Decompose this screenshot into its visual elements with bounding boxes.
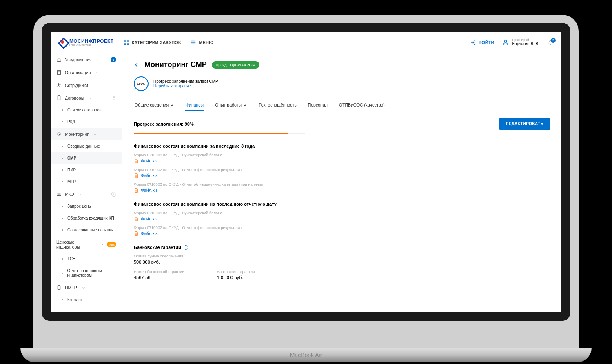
info-icon: i [111, 192, 116, 197]
sidebar-item-smr[interactable]: СМР [51, 152, 122, 164]
notifications-badge: 1 [111, 57, 116, 62]
section-title-3years: Финансовое состояние компании за последн… [134, 144, 550, 149]
file-xls-icon [134, 188, 138, 193]
field-label: Банковские гарантии [217, 269, 255, 274]
sidebar-item-pir[interactable]: ПИР [51, 164, 122, 176]
user-icon [502, 39, 509, 46]
sidebar-item-mke[interactable]: МКЭ i [51, 188, 122, 200]
form-label: Форма 0710001 по ОКУД - Бухгалтерский ба… [134, 153, 550, 157]
form-label: Форма 0710002 по ОКУД - Отчет о финансов… [134, 225, 550, 230]
tab-quality[interactable]: ОТПБиООС (качество) [338, 99, 386, 111]
user-menu[interactable]: Промстрой Корчагин Л. В. [502, 38, 539, 47]
login-button[interactable]: ВОЙТИ [470, 40, 494, 45]
info-icon[interactable]: i [184, 245, 188, 250]
section-title-guarantees: Банковские гарантии i [134, 245, 550, 250]
document-icon [56, 285, 62, 290]
beta-badge: beta [107, 242, 116, 247]
check-icon [243, 103, 247, 107]
lock-icon [112, 95, 116, 100]
file-link[interactable]: Файл.xls [134, 231, 550, 236]
check-icon [170, 103, 174, 107]
camera-icon [56, 191, 62, 197]
tab-general[interactable]: Общие сведения [134, 99, 175, 111]
file-link[interactable]: Файл.xls [134, 216, 550, 221]
submit-link[interactable]: Перейти к отправке [153, 84, 218, 88]
form-label: Форма 0710001 по ОКУД - Бухгалтерский ба… [134, 211, 550, 215]
logo[interactable]: МОСИНЖПРОЕКТ ГРУППА КОМПАНИЙ [59, 38, 114, 47]
sidebar-item-rkd[interactable]: РКД [51, 116, 122, 128]
svg-rect-0 [124, 40, 126, 42]
logo-text: МОСИНЖПРОЕКТ [69, 39, 114, 44]
sidebar-item-monitoring[interactable]: Мониторинг [51, 128, 122, 140]
sidebar-item-summary[interactable]: Сводные данные [51, 140, 122, 152]
field-value: 100 000 руб. [217, 275, 255, 280]
svg-point-7 [505, 40, 507, 42]
chevron-down-icon [82, 286, 85, 289]
page-title: Мониторинг СМР [144, 60, 207, 69]
users-icon [56, 82, 62, 88]
progress-label: Прогресс заполнения: 90% [134, 122, 194, 127]
sidebar-item-price-request[interactable]: Запрос цены [51, 200, 122, 212]
sidebar-item-agreed-positions[interactable]: Согласованные позиции [51, 224, 122, 236]
tab-finance[interactable]: Финансы [185, 99, 204, 111]
sidebar-item-price-indicators[interactable]: Ценовые индикаторы beta [51, 236, 122, 253]
svg-rect-15 [57, 193, 61, 196]
svg-rect-2 [124, 43, 126, 44]
sidebar-item-tsn[interactable]: ТСН [51, 253, 122, 265]
sidebar: Уведомления 1 Организация Сотрудники Дог… [51, 53, 122, 312]
svg-point-11 [58, 83, 59, 84]
chevron-down-icon [93, 133, 97, 136]
sidebar-item-kp-processing[interactable]: Обработка входящих КП [51, 212, 122, 224]
file-xls-icon [134, 217, 138, 221]
notifications-bell[interactable]: 3 [548, 40, 553, 45]
topbar: МОСИНЖПРОЕКТ ГРУППА КОМПАНИЙ КАТЕГОРИИ З… [51, 32, 561, 53]
progress-circle: 100% [134, 76, 149, 91]
user-name: Корчагин Л. В. [512, 42, 539, 47]
chevron-down-icon [101, 243, 104, 246]
sidebar-item-notifications[interactable]: Уведомления 1 [51, 53, 122, 66]
tab-personnel[interactable]: Персонал [307, 99, 328, 111]
svg-rect-8 [57, 71, 60, 75]
bell-icon [56, 57, 62, 62]
user-org: Промстрой [512, 38, 539, 42]
progress-text: Прогресс заполнения заявки СМР [153, 79, 218, 84]
sidebar-item-catalog[interactable]: Каталог [51, 294, 122, 306]
sidebar-item-contracts-list[interactable]: Список договоров [51, 104, 122, 116]
sidebar-item-mtr[interactable]: МТР [51, 176, 122, 188]
sidebar-item-employees[interactable]: Сотрудники [51, 79, 122, 91]
device-label: MacBook Air [20, 348, 592, 362]
menu-button[interactable]: МЕНЮ [191, 40, 213, 45]
chevron-down-icon [79, 193, 82, 196]
back-arrow-icon[interactable] [134, 62, 140, 68]
field-label: Общая сумма обеспечения [134, 254, 550, 258]
grid-icon [124, 40, 129, 45]
tab-equipment[interactable]: Тех. оснащённость [258, 99, 297, 111]
file-link[interactable]: Файл.xls [134, 188, 550, 193]
sidebar-item-contracts[interactable]: Договоры [51, 91, 122, 104]
tab-experience[interactable]: Опыт работы [214, 99, 248, 111]
status-badge: Пройден до 05.04.2024 [212, 61, 259, 69]
edit-button[interactable]: РЕДАКТИРОВАТЬ [499, 118, 550, 130]
svg-rect-13 [113, 98, 115, 99]
field-value: 4567-56 [134, 275, 184, 280]
sidebar-item-nmtr[interactable]: НМТР [51, 281, 122, 294]
document-icon [56, 95, 62, 100]
categories-button[interactable]: КАТЕГОРИИ ЗАКУПОК [124, 40, 181, 45]
file-link[interactable]: Файл.xls [134, 173, 550, 178]
svg-rect-1 [127, 40, 129, 42]
tabs: Общие сведения Финансы Опыт работы Тех. … [134, 99, 550, 111]
sidebar-item-organization[interactable]: Организация [51, 66, 122, 79]
file-xls-icon [134, 231, 138, 236]
sidebar-item-indicator-report[interactable]: Отчет по ценовым индикаторам [51, 265, 122, 281]
file-xls-icon [134, 173, 138, 178]
login-icon [470, 40, 476, 45]
svg-point-16 [58, 194, 60, 195]
progress-bar [134, 133, 305, 134]
form-label: Форма 0710003 по ОКУД - Отчет об изменен… [134, 182, 550, 186]
logo-icon [59, 38, 67, 47]
field-label: Номер банковской гарантии [134, 269, 184, 274]
file-xls-icon [134, 159, 138, 163]
clock-icon [56, 131, 62, 137]
main-content: Мониторинг СМР Пройден до 05.04.2024 100… [122, 53, 561, 312]
file-link[interactable]: Файл.xls [134, 158, 550, 163]
